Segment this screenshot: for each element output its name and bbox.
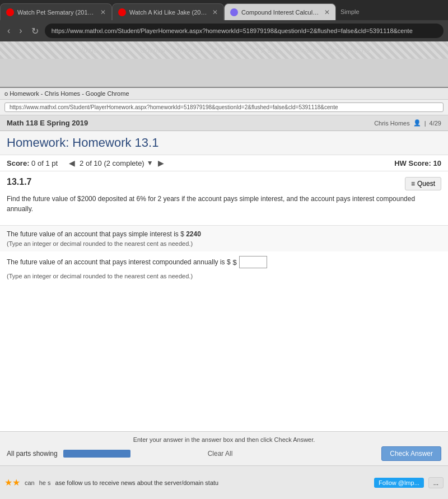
simple-interest-answer: The future value of an account that pays… — [0, 225, 448, 251]
hw-title: Homework: Homework 13.1 — [7, 136, 441, 150]
streaming-nav: Home Genre Country Movies TV Series A Z … — [0, 41, 448, 59]
compound-answer-input[interactable] — [239, 256, 267, 268]
address-input[interactable] — [45, 24, 444, 38]
reload-button[interactable]: ↻ — [29, 25, 41, 38]
follow-text: ase follow us to receive news about the … — [55, 479, 370, 486]
follow-button[interactable]: Follow @lmp... — [374, 478, 424, 488]
quest-icon: ≡ — [411, 180, 415, 188]
score-left: Score: 0 of 1 pt ◀ 2 of 10 (2 complete) … — [7, 158, 164, 167]
back-button[interactable]: ‹ — [4, 25, 13, 37]
bottom-hint-text: Enter your answer in the answer box and … — [7, 436, 441, 443]
user-info: Chris Homes 👤 | 4/29 — [374, 119, 441, 127]
rating-stars: ★★ — [4, 477, 20, 488]
separator: | — [424, 120, 426, 127]
he-text: he s — [39, 479, 51, 486]
nav-tvseries[interactable]: TV Series — [211, 46, 243, 54]
all-parts-label: All parts showing — [7, 450, 58, 458]
score-label: Score: — [7, 159, 29, 167]
quest-label: Quest — [417, 180, 435, 188]
forward-button[interactable]: › — [16, 25, 25, 37]
tab-label-3: Compound Interest Calculator — [241, 9, 321, 16]
simple-answer-label: The future value of an account that pays… — [7, 230, 184, 238]
tab-favicon-1 — [6, 8, 14, 16]
simple-answer-hint: (Type an integer or decimal rounded to t… — [7, 240, 441, 247]
tab-close-1[interactable]: ✕ — [100, 8, 106, 16]
browser-chrome: Watch Pet Sematary (2019) Full ✕ Watch A… — [0, 0, 448, 41]
user-icon: 👤 — [413, 119, 421, 127]
nav-mostwatched[interactable]: Most Watche — [328, 46, 370, 54]
nav-azlist[interactable]: A Z List — [254, 46, 278, 54]
compound-answer-hint: (Type an integer or decimal rounded to t… — [0, 273, 448, 284]
nav-movies[interactable]: Movies — [177, 46, 200, 54]
mathxl-url-bar[interactable]: https://www.mathxl.com/Student/PlayerHom… — [4, 102, 444, 112]
course-title: Math 118 E Spring 2019 — [7, 119, 88, 127]
bottom-bar: Enter your answer in the answer box and … — [0, 431, 448, 465]
tab-label-2: Watch A Kid Like Jake (2018) — [129, 9, 209, 16]
can-text: can — [25, 479, 35, 486]
simple-answer-value: 2240 — [186, 230, 201, 238]
mathxl-window: o Homework - Chris Homes - Google Chrome… — [0, 87, 448, 499]
score-bar: Score: 0 of 1 pt ◀ 2 of 10 (2 complete) … — [0, 155, 448, 171]
next-question-button[interactable]: ▶ — [158, 158, 164, 167]
footer-bar: ★★ can he s ase follow us to receive new… — [0, 465, 448, 499]
nav-controls: ◀ 2 of 10 (2 complete) ▼ ▶ — [69, 158, 164, 167]
nav-genre[interactable]: Genre — [109, 46, 129, 54]
compound-answer-label: The future value of an account that pays… — [7, 258, 231, 266]
hw-title-bar: Homework: Homework 13.1 — [0, 131, 448, 155]
score-text: Score: 0 of 1 pt — [7, 159, 58, 167]
question-text: Find the future value of $2000 deposited… — [7, 194, 441, 214]
nav-country[interactable]: Country — [140, 46, 166, 54]
tab-label-1: Watch Pet Sematary (2019) Full — [17, 9, 97, 16]
dollar-sign: $ — [233, 258, 237, 267]
mathxl-titlebar: o Homework - Chris Homes - Google Chrome — [0, 88, 448, 100]
quest-button[interactable]: ≡ Quest — [405, 177, 441, 190]
bottom-controls: All parts showing Clear All Check Answer — [7, 446, 441, 461]
tab-close-2[interactable]: ✕ — [212, 8, 218, 16]
mathxl-window-title: o Homework - Chris Homes - Google Chrome — [4, 90, 129, 97]
mathxl-header: Math 118 E Spring 2019 Chris Homes 👤 | 4… — [0, 115, 448, 131]
question-number: 13.1.7 — [7, 177, 31, 187]
hw-score: HW Score: 10 — [394, 159, 441, 167]
score-value: 0 of 1 pt — [31, 159, 58, 167]
tab-kid-jake[interactable]: Watch A Kid Like Jake (2018) ✕ — [112, 3, 224, 20]
nav-home[interactable]: Home — [78, 46, 97, 54]
page-info: 2 of 10 (2 complete) ▼ — [80, 159, 153, 167]
simple-answer-line: The future value of an account that pays… — [7, 230, 441, 238]
tab-bar: Watch Pet Sematary (2019) Full ✕ Watch A… — [0, 0, 448, 20]
tab-close-3[interactable]: ✕ — [324, 8, 330, 16]
clear-all-button[interactable]: Clear All — [208, 450, 233, 458]
date-display: 4/29 — [430, 120, 441, 127]
check-answer-button[interactable]: Check Answer — [381, 446, 441, 461]
compound-interest-answer-row: The future value of an account that pays… — [0, 251, 448, 273]
tab-simple[interactable]: Simple — [336, 8, 364, 15]
nav-release[interactable]: Release — [290, 46, 316, 54]
footer-action-button[interactable]: ... — [428, 477, 444, 488]
tab-favicon-2 — [118, 8, 126, 16]
prev-question-button[interactable]: ◀ — [69, 158, 75, 167]
tab-compound[interactable]: Compound Interest Calculator ✕ — [224, 3, 336, 20]
progress-bar — [63, 450, 130, 458]
username: Chris Homes — [374, 120, 410, 127]
tab-pet-sematary[interactable]: Watch Pet Sematary (2019) Full ✕ — [0, 3, 112, 20]
question-area: 13.1.7 ≡ Quest Find the future value of … — [0, 171, 448, 225]
page-info-text: 2 of 10 (2 complete) — [80, 159, 144, 167]
tab-favicon-3 — [230, 8, 238, 16]
page-dropdown-button[interactable]: ▼ — [147, 159, 153, 167]
address-bar-row: ‹ › ↻ — [0, 20, 448, 41]
